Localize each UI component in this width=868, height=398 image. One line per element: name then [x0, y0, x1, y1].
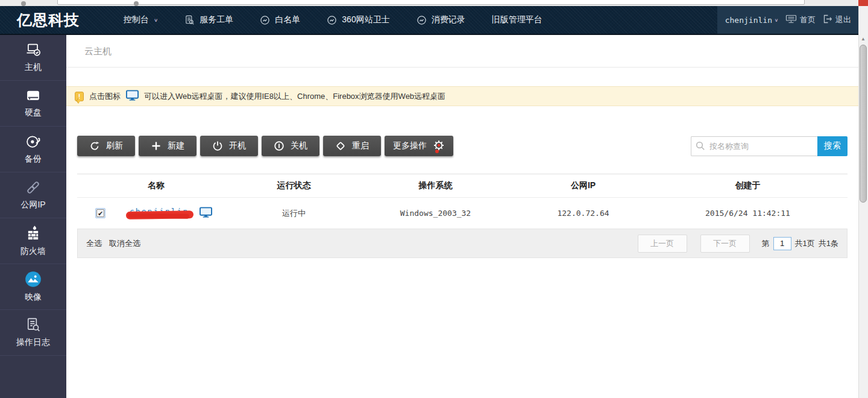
- gear-icon: [433, 139, 445, 153]
- logout-icon: [823, 14, 832, 25]
- plus-icon: [151, 141, 162, 151]
- create-button[interactable]: 新建: [139, 136, 197, 156]
- page-label: 第: [762, 238, 770, 249]
- refresh-button[interactable]: 刷新: [77, 136, 135, 156]
- browser-address-bar-fragment: [57, 0, 805, 5]
- vertical-scrollbar[interactable]: ▲: [858, 6, 868, 398]
- top-navbar: 亿恩科技 控制台 ∨ 服务工单 白名单: [0, 6, 858, 35]
- sidebar-item-firewall[interactable]: 防火墙: [0, 218, 66, 264]
- sidebar-item-image[interactable]: 映像: [0, 264, 66, 310]
- link-chain-icon: [25, 180, 42, 195]
- logout-link[interactable]: 退出: [823, 14, 851, 25]
- table-header: 名称 运行状态 操作系统 公网IP 创建于: [77, 174, 848, 198]
- power-on-icon: [212, 141, 223, 151]
- brand-logo[interactable]: 亿恩科技: [17, 6, 80, 34]
- log-search-icon: [25, 317, 41, 333]
- shutdown-icon: [274, 141, 285, 151]
- power-on-button[interactable]: 开机: [200, 136, 258, 156]
- row-checkbox[interactable]: ✔: [95, 208, 105, 218]
- check-icon: ✔: [96, 209, 104, 217]
- host-table: 名称 运行状态 操作系统 公网IP 创建于 ✔ chenjinlin: [77, 174, 848, 258]
- browser-corner-red: [858, 0, 868, 6]
- host-name-link-redacted[interactable]: chenjinlin: [126, 207, 195, 220]
- hard-disk-icon: [25, 89, 42, 103]
- laptop-check-icon: [25, 42, 42, 58]
- chevron-down-icon: ∨: [775, 17, 778, 23]
- menu-item-console[interactable]: 控制台 ∨: [124, 14, 158, 25]
- circle-route-icon: [417, 15, 427, 25]
- restart-icon: [335, 141, 346, 151]
- user-menu[interactable]: chenjinlin ∨: [725, 16, 778, 25]
- items-total: 共1条: [819, 238, 838, 249]
- sidebar-item-backup[interactable]: 备份: [0, 127, 66, 172]
- menu-item-whitelist[interactable]: 白名单: [260, 14, 300, 25]
- cell-created: 2015/6/24 11:42:11: [648, 198, 848, 229]
- desktop-icon: [785, 14, 797, 25]
- sidebar-item-host[interactable]: 主机: [0, 35, 66, 81]
- cell-ip: 122.0.72.64: [518, 198, 648, 229]
- browser-chrome-sliver: [0, 0, 868, 6]
- circle-route-icon: [327, 15, 337, 25]
- home-link[interactable]: 首页: [785, 14, 816, 25]
- backup-disc-icon: [25, 134, 42, 150]
- cell-name: ✔ chenjinlin: [77, 198, 235, 229]
- cell-os: Windows_2003_32: [353, 198, 518, 229]
- deselect-all-link[interactable]: 取消全选: [109, 238, 140, 249]
- main-content: 云主机 ! 点击图标 可以进入Web远程桌面，建议使用IE8以上、Chrome、…: [66, 35, 858, 398]
- remote-desktop-icon[interactable]: [200, 207, 212, 220]
- restart-button[interactable]: 重启: [323, 136, 381, 156]
- cell-status: 运行中: [235, 198, 353, 229]
- sidebar-item-operation-log[interactable]: 操作日志: [0, 310, 66, 356]
- search-icon: [696, 141, 705, 153]
- circle-route-icon: [260, 15, 270, 25]
- warning-icon: !: [75, 92, 84, 101]
- sidebar-item-disk[interactable]: 硬盘: [0, 81, 66, 127]
- remote-desktop-monitor-icon: [126, 90, 139, 103]
- search-button[interactable]: 搜索: [817, 136, 848, 156]
- main-menu: 控制台 ∨ 服务工单 白名单: [124, 6, 542, 34]
- menu-item-work-order[interactable]: 服务工单: [184, 14, 233, 25]
- col-header-created: 创建于: [648, 174, 848, 197]
- sidebar-item-public-ip[interactable]: 公网IP: [0, 172, 66, 218]
- user-panel: chenjinlin ∨ 首页 退出: [717, 6, 858, 34]
- pagination: 上一页 下一页 第 共1页 共1条: [638, 235, 838, 253]
- col-header-status: 运行状态: [235, 174, 353, 197]
- menu-item-legacy-platform[interactable]: 旧版管理平台: [492, 14, 542, 25]
- scrollbar-thumb[interactable]: [860, 45, 867, 203]
- menu-item-consumption[interactable]: 消费记录: [417, 14, 465, 25]
- pages-total: 共1页: [795, 238, 815, 249]
- table-footer: 全选 取消全选 上一页 下一页 第 共1页 共1条: [77, 229, 848, 258]
- search-input[interactable]: [691, 136, 817, 156]
- notice-bar: ! 点击图标 可以进入Web远程桌面，建议使用IE8以上、Chrome、Fire…: [66, 86, 858, 106]
- shutdown-button[interactable]: 关机: [262, 136, 319, 156]
- menu-item-360-guard[interactable]: 360网站卫士: [327, 14, 389, 25]
- refresh-icon: [89, 141, 100, 151]
- sidebar: 主机 硬盘 备份: [0, 35, 66, 398]
- image-icon: [25, 271, 42, 288]
- col-header-name: 名称: [77, 174, 235, 197]
- page-title: 云主机: [66, 35, 858, 68]
- chevron-down-icon: ∨: [154, 17, 158, 23]
- search-area: 搜索: [691, 136, 848, 156]
- col-header-ip: 公网IP: [518, 174, 648, 197]
- firewall-icon: [25, 225, 42, 242]
- next-page-button[interactable]: 下一页: [700, 235, 750, 253]
- select-all-link[interactable]: 全选: [86, 238, 102, 249]
- col-header-os: 操作系统: [353, 174, 518, 197]
- more-actions-button[interactable]: 更多操作: [385, 136, 453, 156]
- table-row: ✔ chenjinlin: [77, 198, 848, 229]
- page-number-input[interactable]: [773, 237, 791, 250]
- doc-search-icon: [184, 15, 195, 25]
- toolbar: 刷新 新建 开机: [66, 136, 858, 156]
- prev-page-button[interactable]: 上一页: [638, 235, 687, 253]
- scroll-up-icon[interactable]: ▲: [861, 36, 866, 42]
